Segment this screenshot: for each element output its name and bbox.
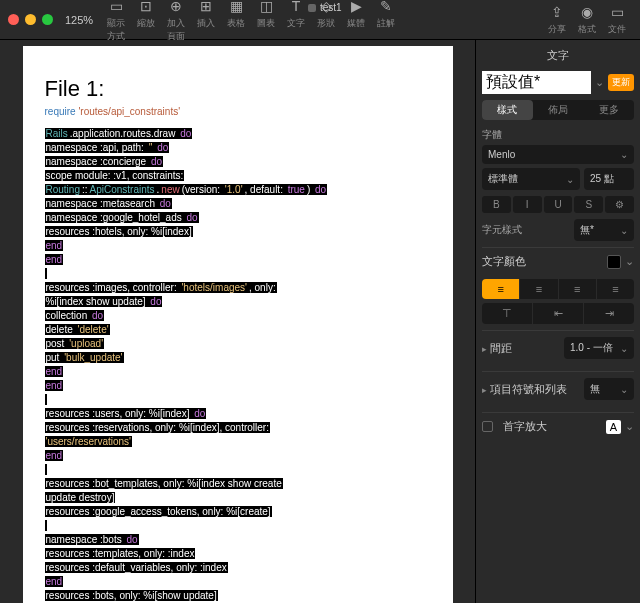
style-I-button[interactable]: I bbox=[513, 196, 542, 213]
page-heading: File 1: bbox=[45, 76, 431, 102]
spacing-label[interactable]: 間距 bbox=[490, 342, 512, 354]
toolbar-加入頁面[interactable]: ⊕加入頁面 bbox=[161, 0, 191, 43]
toolbar-註解[interactable]: ✎註解 bbox=[371, 0, 401, 43]
align-center-button[interactable]: ≡ bbox=[520, 279, 558, 299]
toolbar-表格[interactable]: ▦表格 bbox=[221, 0, 251, 43]
close-icon[interactable] bbox=[8, 14, 19, 25]
toolbar-icon: ▭ bbox=[107, 0, 125, 15]
outdent-button[interactable]: ⇤ bbox=[533, 303, 584, 324]
document-canvas: File 1: require 'routes/api_constraints'… bbox=[0, 40, 475, 603]
toolbar-icon: ▶ bbox=[347, 0, 365, 15]
font-size-stepper[interactable]: 25 點 bbox=[584, 168, 634, 190]
toolbar-格式[interactable]: ◉格式 bbox=[572, 3, 602, 36]
toolbar-icon: ▭ bbox=[608, 3, 626, 21]
toolbar-文件[interactable]: ▭文件 bbox=[602, 3, 632, 36]
toolbar-icon: ✎ bbox=[377, 0, 395, 15]
toolbar-icon: ⊞ bbox=[197, 0, 215, 15]
toolbar-縮放[interactable]: ⊡縮放 bbox=[131, 0, 161, 43]
style-S-button[interactable]: S bbox=[574, 196, 603, 213]
paragraph-style-select[interactable]: 預設值* bbox=[482, 71, 591, 94]
bullets-select[interactable]: 無⌄ bbox=[584, 378, 634, 400]
align-left-button[interactable]: ≡ bbox=[482, 279, 520, 299]
text-style-buttons: BIUS⚙ bbox=[482, 196, 634, 213]
text-align-group: ≡ ≡ ≡ ≡ bbox=[482, 279, 634, 299]
toolbar-icon: ▦ bbox=[227, 0, 245, 15]
dropcap-label: 首字放大 bbox=[503, 419, 547, 434]
text-color-swatch[interactable] bbox=[607, 255, 621, 269]
font-label: 字體 bbox=[482, 128, 634, 142]
align-justify-button[interactable]: ≡ bbox=[597, 279, 634, 299]
style-B-button[interactable]: B bbox=[482, 196, 511, 213]
document-tab[interactable]: test1 bbox=[300, 0, 350, 15]
inspector-panel: 文字 預設值* ⌄ 更新 樣式佈局更多 字體 Menlo⌄ 標準體⌄ 25 點 … bbox=[475, 40, 640, 603]
style-U-button[interactable]: U bbox=[544, 196, 573, 213]
toolbar-icon: ◉ bbox=[578, 3, 596, 21]
dropcap-preview[interactable]: A bbox=[606, 420, 621, 434]
minimize-icon[interactable] bbox=[25, 14, 36, 25]
toolbar-顯示方式[interactable]: ▭顯示方式 bbox=[101, 0, 131, 43]
spacing-select[interactable]: 1.0 - 一倍⌄ bbox=[564, 337, 634, 359]
indent-button[interactable]: ⇥ bbox=[584, 303, 634, 324]
tab-樣式[interactable]: 樣式 bbox=[482, 100, 533, 120]
char-style-select[interactable]: 無*⌄ bbox=[574, 219, 634, 241]
bullets-label[interactable]: 項目符號和列表 bbox=[490, 383, 567, 395]
align-right-button[interactable]: ≡ bbox=[559, 279, 597, 299]
chevron-down-icon[interactable]: ⌄ bbox=[595, 76, 604, 89]
toolbar-插入[interactable]: ⊞插入 bbox=[191, 0, 221, 43]
tab-佈局[interactable]: 佈局 bbox=[533, 100, 584, 120]
char-style-label: 字元樣式 bbox=[482, 223, 522, 237]
toolbar-圖表[interactable]: ◫圖表 bbox=[251, 0, 281, 43]
toolbar-icon: ⇪ bbox=[548, 3, 566, 21]
code-block[interactable]: Rails.application.routes.draw do namespa… bbox=[45, 127, 431, 603]
fullscreen-icon[interactable] bbox=[42, 14, 53, 25]
require-line: require 'routes/api_constraints' bbox=[45, 106, 431, 117]
style-⚙-button[interactable]: ⚙ bbox=[605, 196, 634, 213]
toolbar-icon: ◫ bbox=[257, 0, 275, 15]
indent-group: ⊤ ⇤ ⇥ bbox=[482, 303, 634, 324]
toolbar-分享[interactable]: ⇪分享 bbox=[542, 3, 572, 36]
toolbar-icon: ⊡ bbox=[137, 0, 155, 15]
text-color-label: 文字顏色 bbox=[482, 254, 526, 269]
modified-dot-icon bbox=[308, 4, 316, 12]
document-title: test1 bbox=[320, 2, 342, 13]
font-family-select[interactable]: Menlo⌄ bbox=[482, 145, 634, 164]
inspector-title: 文字 bbox=[482, 44, 634, 67]
zoom-level[interactable]: 125% bbox=[65, 14, 93, 26]
update-button[interactable]: 更新 bbox=[608, 74, 634, 91]
window-controls bbox=[8, 14, 53, 25]
valign-top-button[interactable]: ⊤ bbox=[482, 303, 533, 324]
font-weight-select[interactable]: 標準體⌄ bbox=[482, 168, 580, 190]
tab-更多[interactable]: 更多 bbox=[583, 100, 634, 120]
page[interactable]: File 1: require 'routes/api_constraints'… bbox=[23, 46, 453, 603]
color-picker-icon[interactable]: ⌄ bbox=[625, 255, 634, 269]
dropcap-checkbox[interactable] bbox=[482, 421, 493, 432]
toolbar-icon: ⊕ bbox=[167, 0, 185, 15]
inspector-tabs: 樣式佈局更多 bbox=[482, 100, 634, 120]
